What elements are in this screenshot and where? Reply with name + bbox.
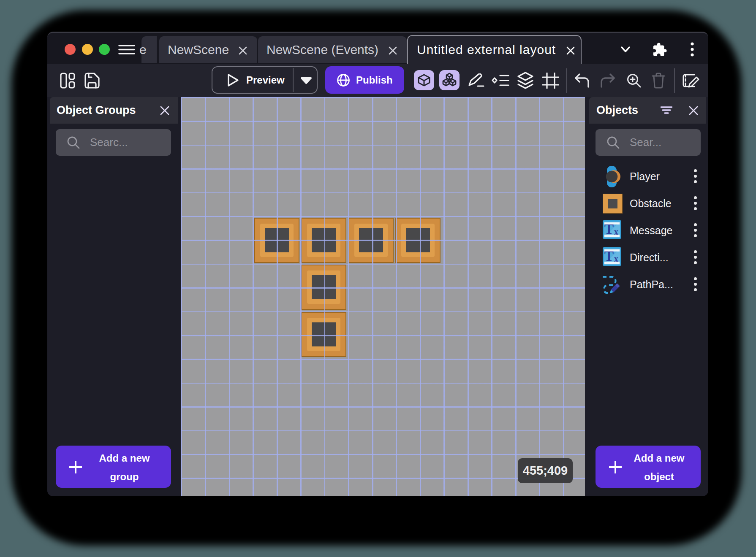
svg-text:T: T (604, 222, 614, 237)
svg-text:x: x (614, 254, 618, 263)
svg-text:x: x (614, 227, 618, 236)
svg-text:T: T (604, 249, 614, 264)
